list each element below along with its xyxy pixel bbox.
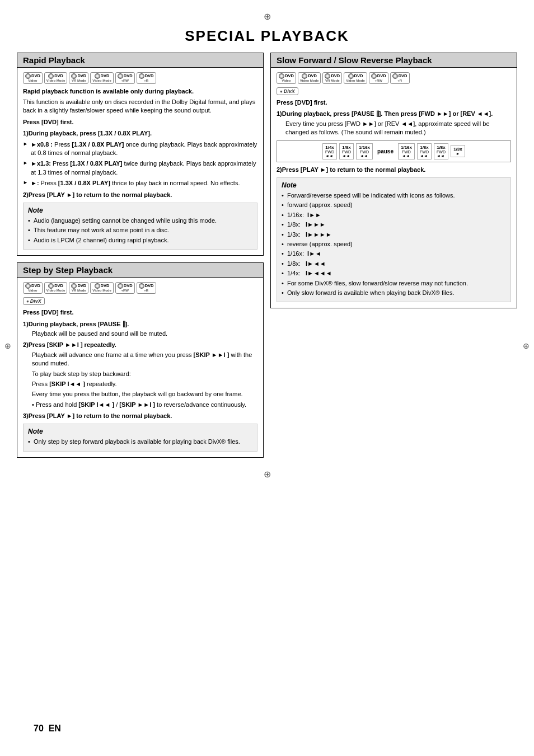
step-divx-badge: DivX: [23, 297, 45, 305]
step-note-list: Only step by step forward playback is av…: [28, 438, 252, 446]
rapid-bullet-3: ►: Press [1.3X / 0.8X PLAY] thrice to pl…: [23, 179, 257, 187]
dvd-badge-video: DVD Video: [23, 72, 43, 84]
slow-note-rev-1-4: 1/4x: I►◄◄◄: [282, 269, 506, 278]
step-dvd-video: DVD Video: [23, 282, 43, 294]
slow-note-rev-1-16: 1/16x: I►◄: [282, 250, 506, 258]
slow-note-reverse-label: reverse (approx. speed): [282, 240, 506, 248]
slow-dvd-vrmode: DVD VR Mode: [322, 72, 342, 84]
step-dvd-icons: DVD Video DVD Video Mode DVD VR Mode DVD…: [23, 282, 257, 294]
left-column: Rapid Playback DVD Video DVD Video Mode …: [17, 53, 264, 458]
rapid-note-3: Audio is LPCM (2 channel) during rapid p…: [28, 236, 252, 245]
page-num-text: 70: [34, 724, 44, 733]
step-dvd-plusr: DVD +R: [137, 282, 156, 294]
rapid-step1-label: 1)During playback, press [1.3X / 0.8X PL…: [23, 129, 257, 138]
slow-step1: 1)During playback, press [PAUSE ǁ]. Then…: [277, 110, 511, 118]
rapid-playback-section: Rapid Playback DVD Video DVD Video Mode …: [17, 53, 264, 256]
rapid-bullet-2-text: ►x1.3: Press [1.3X / 0.8X PLAY] twice du…: [31, 160, 256, 175]
slow-step2: 2)Press [PLAY ►] to return to the normal…: [277, 166, 511, 174]
slow-note-divx-2: Only slow forward is available when play…: [282, 289, 506, 297]
slow-note-fwd-1-16: 1/16x: I►►: [282, 211, 506, 219]
slow-forward-section: Slow Forward / Slow Reverse Playback DVD…: [270, 53, 517, 308]
step-dvd-plusrw: DVD +RW: [115, 282, 135, 294]
step-divx-badge-row: DivX: [23, 297, 257, 306]
slow-note-list: Forward/reverse speed will be indicated …: [282, 191, 506, 297]
slow-divx-badge: DivX: [277, 87, 298, 95]
slow-note-fwd-1-3: 1/3x: I►►►►: [282, 231, 506, 239]
slow-dvd-plusr: DVD +R: [390, 72, 410, 84]
slow-divx-badge-row: DivX: [277, 87, 511, 96]
step-step1-text: Playback will be paused and sound will b…: [23, 330, 257, 338]
slow-dvd-video: DVD Video: [277, 72, 296, 84]
step-step2: 2)Press [SKIP ►►I ] repeatedly.: [23, 341, 257, 349]
pause-label: pause: [375, 148, 396, 154]
step-backward-text: Every time you press the button, the pla…: [23, 390, 257, 398]
rapid-note-list: Audio (language) setting cannot be chang…: [28, 217, 252, 245]
slow-note-fwd-1-8: 1/8x: I►►►: [282, 220, 506, 229]
step-press-dvd: Press [DVD] first.: [23, 308, 257, 317]
step-step1: 1)During playback, press [PAUSE ǁ].: [23, 320, 257, 328]
slow-dvd-plusrw: DVD +RW: [369, 72, 388, 84]
crosshair-top: ⊕: [17, 11, 517, 22]
dvd-badge-videomode: DVD Video Mode: [44, 72, 68, 84]
rapid-step2: 2)Press [PLAY ►] to return to the normal…: [23, 191, 257, 199]
dvd-badge-vrmode: DVD VR Mode: [69, 72, 88, 84]
step-note-1: Only step by step forward playback is av…: [28, 438, 252, 446]
slow-note-title: Note: [282, 181, 506, 189]
speed-cell-1-8-r: 1/8x FWD◄◄: [417, 143, 432, 159]
slow-dvd-icons: DVD Video DVD Video Mode DVD VR Mode DVD…: [277, 72, 511, 84]
crosshair-bottom: ⊕: [17, 469, 517, 480]
speed-cell-1-3: 1/3x ►: [451, 145, 465, 157]
speed-cell-1-16-r: 1/16x FWD◄◄: [398, 143, 415, 159]
slow-press-dvd: Press [DVD] first.: [277, 98, 511, 107]
slow-step1-text: Every time you press [FWD ►►] or [REV ◄◄…: [277, 120, 511, 137]
speed-cell-1-8-r2: 1/8x FWD◄◄: [434, 143, 448, 159]
rapid-note-1: Audio (language) setting cannot be chang…: [28, 217, 252, 225]
step-step3: 3)Press [PLAY ►] to return to the normal…: [23, 412, 257, 420]
rapid-bullet-2: ►x1.3: Press [1.3X / 0.8X PLAY] twice du…: [23, 159, 257, 177]
step-step2-text: Playback will advance one frame at a tim…: [23, 351, 257, 368]
slow-note-divx-1: For some DivX® files, slow forward/slow …: [282, 279, 506, 288]
page-title: SPECIAL PLAYBACK: [17, 27, 517, 45]
rapid-bullet-list: ►x0.8 : Press [1.3X / 0.8X PLAY] once du…: [23, 140, 257, 188]
step-backward-label: To play back step by step backward:: [23, 370, 257, 378]
slow-note-box: Note Forward/reverse speed will be indic…: [277, 177, 511, 302]
speed-diagram: 1/4x FWD◄◄ 1/8x FWD◄◄ 1/16x FWD◄◄ pause …: [277, 140, 511, 162]
speed-cell-1-8-l: 1/8x FWD◄◄: [339, 143, 354, 159]
speed-cell-1-16-l: 1/16x FWD◄◄: [356, 143, 373, 159]
rapid-intro-bold: Rapid playback function is available onl…: [23, 87, 257, 96]
step-by-step-title: Step by Step Playback: [17, 263, 263, 278]
step-note-title: Note: [28, 428, 252, 435]
dvd-badge-plusrw: DVD +RW: [115, 72, 135, 84]
rapid-press-dvd: Press [DVD] first.: [23, 118, 257, 126]
dvd-badge-plusr: DVD +R: [137, 72, 156, 84]
rapid-playback-title: Rapid Playback: [17, 53, 263, 68]
page-lang-text: EN: [49, 724, 61, 733]
right-margin-mark: ⊕: [523, 341, 530, 350]
slow-note-forward-label: forward (approx. speed): [282, 201, 506, 209]
step-by-step-section: Step by Step Playback DVD Video DVD Vide…: [17, 262, 264, 458]
slow-note-icons-intro: Forward/reverse speed will be indicated …: [282, 191, 506, 200]
slow-note-rev-1-8: 1/8x: I►◄◄: [282, 260, 506, 268]
page-number: 70 EN: [34, 724, 61, 734]
rapid-note-title: Note: [28, 206, 252, 214]
rapid-intro-text: This function is available only on discs…: [23, 98, 257, 115]
left-margin-mark: ⊕: [4, 341, 11, 350]
right-column: Slow Forward / Slow Reverse Playback DVD…: [270, 53, 517, 458]
slow-forward-title: Slow Forward / Slow Reverse Playback: [271, 53, 517, 68]
step-backward-cmd: Press [SKIP I◄◄ ] repeatedly.: [23, 380, 257, 388]
rapid-bullet-1-text: ►x0.8 : Press [1.3X / 0.8X PLAY] once du…: [31, 141, 257, 156]
slow-dvd-videomode: DVD Video Mode: [298, 72, 321, 84]
speed-cell-1-4: 1/4x FWD◄◄: [322, 143, 337, 159]
dvd-badge-videomode2: DVD Video Mode: [90, 72, 114, 84]
slow-dvd-videomode2: DVD Video Mode: [344, 72, 367, 84]
rapid-note-2: This feature may not work at some point …: [28, 226, 252, 234]
page-wrapper: ⊕ SPECIAL PLAYBACK Rapid Playback DVD Vi…: [17, 11, 517, 745]
step-dvd-videomode: DVD Video Mode: [44, 282, 68, 294]
step-dvd-videomode2: DVD Video Mode: [90, 282, 114, 294]
rapid-dvd-icons: DVD Video DVD Video Mode DVD VR Mode DVD…: [23, 72, 257, 84]
rapid-bullet-1: ►x0.8 : Press [1.3X / 0.8X PLAY] once du…: [23, 140, 257, 158]
step-note-box: Note Only step by step forward playback …: [23, 424, 257, 451]
rapid-note-box: Note Audio (language) setting cannot be …: [23, 203, 257, 250]
rapid-bullet-3-text: ►: Press [1.3X / 0.8X PLAY] thrice to pl…: [31, 180, 240, 186]
main-grid: Rapid Playback DVD Video DVD Video Mode …: [17, 53, 517, 458]
